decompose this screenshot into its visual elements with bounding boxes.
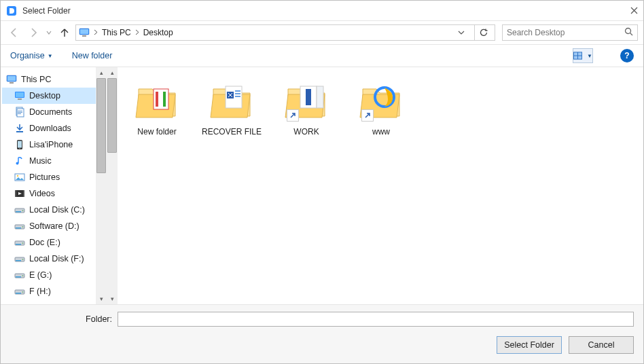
button-row: Select Folder Cancel: [10, 336, 634, 354]
tree-item-iphone[interactable]: Lisa'iPhone: [2, 136, 105, 153]
tree-item-label: E (G:): [29, 270, 52, 280]
folder-icon: [208, 77, 255, 124]
svg-point-24: [19, 148, 20, 149]
organise-label: Organise: [10, 51, 45, 60]
folder-input[interactable]: [118, 312, 634, 327]
select-folder-dialog: Select Folder This PC: [0, 0, 644, 364]
tree-item-music[interactable]: Music: [2, 153, 105, 169]
tree-item-documents[interactable]: Documents: [2, 104, 105, 120]
caret-down-icon: ▼: [48, 53, 53, 59]
drive-icon: [14, 286, 25, 297]
svg-rect-23: [18, 141, 22, 148]
tree-item-label: Software (D:): [29, 221, 79, 231]
svg-rect-38: [16, 244, 21, 245]
tree-item-label: Videos: [29, 189, 55, 198]
desktop-icon: [14, 90, 25, 101]
organise-button[interactable]: Organise ▼: [10, 51, 53, 60]
folder-tile-work[interactable]: WORK: [272, 74, 340, 136]
svg-rect-3: [82, 35, 86, 37]
tree-item-doc-e[interactable]: Doc (E:): [2, 234, 105, 251]
tree-item-label: Local Disk (C:): [29, 205, 85, 215]
svg-point-42: [22, 259, 24, 260]
view-options-button[interactable]: ▼: [573, 48, 593, 63]
breadcrumb-this-pc[interactable]: This PC: [102, 28, 131, 37]
svg-rect-29: [15, 190, 16, 197]
tree-item-downloads[interactable]: Downloads: [2, 120, 105, 136]
new-folder-label: New folder: [72, 51, 113, 60]
cancel-button[interactable]: Cancel: [569, 336, 634, 354]
svg-rect-56: [235, 96, 240, 97]
address-bar[interactable]: This PC Desktop: [75, 24, 495, 41]
tree-item-desktop[interactable]: Desktop: [2, 88, 105, 104]
svg-rect-30: [23, 190, 24, 197]
folder-label: www: [372, 127, 390, 136]
folder-scrollbar-thumb[interactable]: [107, 78, 117, 153]
svg-rect-44: [16, 276, 21, 278]
folder-shortcut-icon: [283, 77, 330, 124]
tree-item-local-disk-c[interactable]: Local Disk (C:): [2, 202, 105, 218]
svg-rect-7: [578, 52, 582, 55]
svg-rect-9: [578, 56, 582, 58]
svg-rect-55: [235, 93, 240, 94]
scroll-down-icon: ▾: [111, 293, 114, 304]
folder-tile-new-folder[interactable]: New folder: [123, 74, 191, 136]
refresh-button[interactable]: [474, 24, 492, 41]
documents-icon: [14, 107, 25, 117]
folder-view[interactable]: ▴ ▾ New folder: [107, 67, 643, 304]
svg-point-45: [22, 275, 24, 276]
tree-item-drive-g[interactable]: E (G:): [2, 267, 105, 283]
folder-label: New folder: [137, 127, 176, 136]
svg-rect-12: [10, 82, 14, 84]
svg-point-39: [22, 242, 24, 244]
svg-rect-20: [18, 113, 21, 114]
forward-button[interactable]: [25, 24, 41, 41]
drive-icon: [14, 221, 25, 232]
tree-item-label: Documents: [29, 107, 72, 117]
scroll-down-icon: ▾: [100, 293, 103, 304]
search-icon: [624, 26, 633, 39]
back-button[interactable]: [6, 24, 22, 41]
tree-item-label: Doc (E:): [29, 238, 60, 247]
tree-scrollbar[interactable]: ▴ ▾: [96, 67, 107, 304]
svg-rect-15: [18, 98, 22, 100]
footer: Folder: Select Folder Cancel: [1, 304, 643, 363]
tree-item-videos[interactable]: Videos: [2, 185, 105, 202]
svg-rect-6: [574, 52, 577, 55]
scroll-up-icon: ▴: [100, 67, 103, 78]
shortcut-arrow-icon: [361, 109, 374, 122]
breadcrumb-desktop[interactable]: Desktop: [143, 28, 173, 37]
svg-rect-51: [163, 92, 166, 107]
nav-row: This PC Desktop: [1, 21, 643, 44]
tree-root-this-pc[interactable]: This PC: [2, 71, 105, 88]
folder-shortcut-icon: [357, 77, 405, 124]
folder-tile-www[interactable]: www: [347, 74, 415, 136]
svg-rect-50: [156, 92, 158, 107]
folder-tile-recover-file[interactable]: RECOVER FILE: [198, 74, 266, 136]
tree-item-drive-h[interactable]: F (H:): [2, 283, 105, 299]
tree-item-label: Local Disk (F:): [29, 254, 84, 263]
svg-rect-18: [18, 111, 22, 111]
scroll-up-icon: ▴: [111, 67, 114, 78]
close-button[interactable]: [611, 5, 638, 16]
tree-scrollbar-thumb[interactable]: [96, 78, 106, 173]
search-input[interactable]: [507, 28, 624, 37]
cancel-label: Cancel: [588, 340, 615, 350]
address-dropdown-icon[interactable]: [458, 26, 465, 39]
tree-item-label: Desktop: [29, 91, 60, 101]
select-folder-button[interactable]: Select Folder: [497, 336, 562, 354]
new-folder-button[interactable]: New folder: [72, 51, 113, 60]
search-box[interactable]: [502, 24, 638, 41]
folder-input-row: Folder:: [10, 312, 634, 327]
help-button[interactable]: ?: [620, 49, 634, 62]
tree-item-local-disk-f[interactable]: Local Disk (F:): [2, 251, 105, 267]
nav-tree: This PC Desktop Documents Downloads Lisa…: [1, 67, 107, 304]
history-dropdown[interactable]: [44, 24, 54, 41]
tree-item-label: Pictures: [29, 172, 60, 182]
tree-item-software-d[interactable]: Software (D:): [2, 218, 105, 234]
up-button[interactable]: [56, 24, 73, 41]
svg-rect-2: [80, 29, 88, 34]
pictures-icon: [14, 172, 25, 183]
tree-item-pictures[interactable]: Pictures: [2, 169, 105, 185]
folder-view-scrollbar[interactable]: ▴ ▾: [107, 67, 118, 304]
svg-point-25: [16, 162, 19, 165]
